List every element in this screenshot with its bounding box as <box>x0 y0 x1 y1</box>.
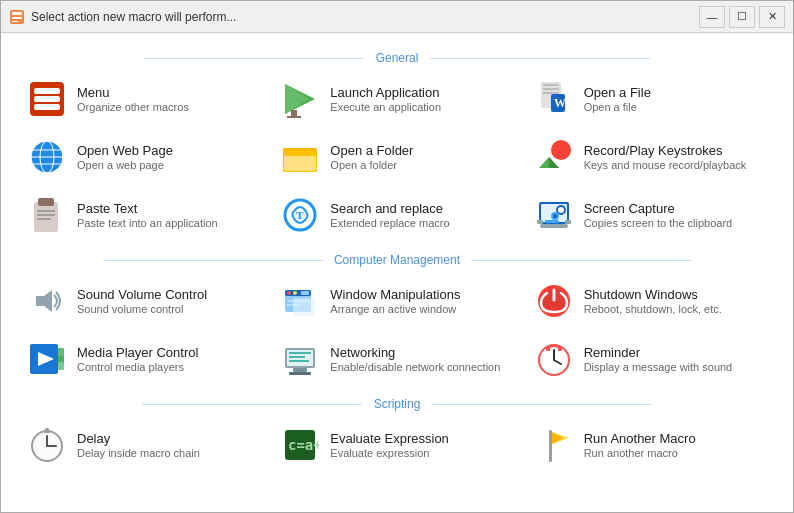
svg-rect-33 <box>38 198 54 206</box>
svg-rect-55 <box>301 291 309 295</box>
media-player-icon <box>27 339 67 379</box>
open-folder-icon <box>280 137 320 177</box>
svg-rect-15 <box>543 92 559 94</box>
svg-point-54 <box>293 291 297 295</box>
svg-rect-28 <box>284 150 316 156</box>
app-icon <box>9 9 25 25</box>
item-window-manip[interactable]: Window Manipulations Arrange an active w… <box>270 273 523 329</box>
item-launch-app[interactable]: Launch Application Execute an applicatio… <box>270 71 523 127</box>
item-menu[interactable]: Menu Organize other macros <box>17 71 270 127</box>
section-scripting-header: Scripting <box>17 397 777 411</box>
item-open-web[interactable]: Open Web Page Open a web page <box>17 129 270 185</box>
section-general-header: General <box>17 51 777 65</box>
svg-marker-9 <box>285 84 309 114</box>
item-screen-capture[interactable]: Screen Capture Copies screen to the clip… <box>524 187 777 243</box>
item-networking[interactable]: Networking Enable/disable network connec… <box>270 331 523 387</box>
svg-rect-58 <box>293 298 315 316</box>
networking-icon <box>280 339 320 379</box>
svg-rect-70 <box>289 372 311 375</box>
svg-rect-34 <box>37 210 55 212</box>
item-shutdown[interactable]: Shutdown Windows Reboot, shutdown, lock,… <box>524 273 777 329</box>
run-macro-icon <box>534 425 574 465</box>
svg-rect-11 <box>287 116 301 118</box>
open-file-icon: W <box>534 79 574 119</box>
minimize-button[interactable]: — <box>699 6 725 28</box>
svg-text:c=a+b: c=a+b <box>288 437 319 453</box>
svg-rect-71 <box>289 352 311 354</box>
computer-grid: Sound Volume Control Sound volume contro… <box>17 273 777 387</box>
svg-marker-90 <box>552 432 563 444</box>
maximize-button[interactable]: ☐ <box>729 6 755 28</box>
paste-text-icon <box>27 195 67 235</box>
svg-rect-2 <box>12 17 22 19</box>
search-replace-icon: T <box>280 195 320 235</box>
svg-rect-65 <box>58 348 64 356</box>
svg-rect-13 <box>543 84 559 86</box>
item-paste-text[interactable]: Paste Text Paste text into an applicatio… <box>17 187 270 243</box>
svg-rect-3 <box>12 21 18 22</box>
svg-rect-85 <box>45 428 49 431</box>
svg-rect-6 <box>34 96 60 102</box>
evaluate-icon: c=a+b <box>280 425 320 465</box>
svg-point-49 <box>553 214 557 218</box>
title-bar: Select action new macro will perform... … <box>1 1 793 33</box>
section-computer-header: Computer Management <box>17 253 777 267</box>
item-reminder[interactable]: Reminder Display a message with sound <box>524 331 777 387</box>
window-title: Select action new macro will perform... <box>31 10 236 24</box>
shutdown-icon <box>534 281 574 321</box>
svg-point-29 <box>551 140 571 160</box>
svg-rect-44 <box>537 220 543 224</box>
screen-capture-icon <box>534 195 574 235</box>
item-search-replace[interactable]: T Search and replace Extended replace ma… <box>270 187 523 243</box>
item-record-play[interactable]: Record/Play Keystrokes Keys and mouse re… <box>524 129 777 185</box>
svg-rect-88 <box>549 430 552 462</box>
item-sound-volume[interactable]: Sound Volume Control Sound volume contro… <box>17 273 270 329</box>
title-bar-controls: — ☐ ✕ <box>699 6 785 28</box>
svg-rect-7 <box>34 104 60 110</box>
open-web-icon <box>27 137 67 177</box>
reminder-icon <box>534 339 574 379</box>
svg-text:W: W <box>554 96 566 110</box>
delay-icon <box>27 425 67 465</box>
svg-rect-72 <box>289 356 305 358</box>
svg-rect-35 <box>37 214 55 216</box>
sound-volume-icon <box>27 281 67 321</box>
main-content: General Menu Organize other macros <box>1 33 793 513</box>
item-run-macro[interactable]: Run Another Macro Run another macro <box>524 417 777 473</box>
svg-rect-14 <box>543 88 559 90</box>
svg-rect-79 <box>558 347 562 351</box>
item-open-file[interactable]: W Open a File Open a file <box>524 71 777 127</box>
svg-point-43 <box>558 207 564 213</box>
svg-marker-50 <box>36 290 52 312</box>
scripting-grid: Delay Delay inside macro chain c=a+b Eva… <box>17 417 777 473</box>
svg-rect-45 <box>540 224 568 228</box>
close-button[interactable]: ✕ <box>759 6 785 28</box>
item-open-folder[interactable]: Open a Folder Open a folder <box>270 129 523 185</box>
item-evaluate[interactable]: c=a+b Evaluate Expression Evaluate expre… <box>270 417 523 473</box>
svg-rect-1 <box>12 12 22 15</box>
svg-rect-66 <box>58 362 64 370</box>
svg-rect-69 <box>293 368 307 372</box>
menu-icon <box>27 79 67 119</box>
svg-point-53 <box>287 291 291 295</box>
record-play-icon <box>534 137 574 177</box>
item-delay[interactable]: Delay Delay inside macro chain <box>17 417 270 473</box>
svg-rect-47 <box>545 220 559 223</box>
window-manip-icon <box>280 281 320 321</box>
svg-rect-5 <box>34 88 60 94</box>
item-media-player[interactable]: Media Player Control Control media playe… <box>17 331 270 387</box>
launch-app-icon <box>280 79 320 119</box>
svg-rect-46 <box>565 220 571 224</box>
svg-rect-36 <box>37 218 51 220</box>
svg-rect-32 <box>34 202 58 232</box>
general-grid: Menu Organize other macros Launch Applic… <box>17 71 777 243</box>
svg-text:T: T <box>296 209 304 221</box>
svg-rect-78 <box>546 347 550 351</box>
svg-rect-73 <box>289 360 309 362</box>
title-bar-left: Select action new macro will perform... <box>9 9 236 25</box>
